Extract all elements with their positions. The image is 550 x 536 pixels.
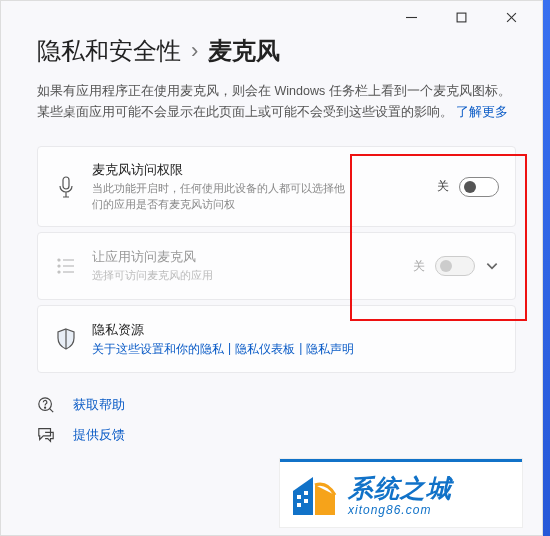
close-button[interactable] <box>488 3 534 31</box>
privacy-link-about[interactable]: 关于这些设置和你的隐私 <box>92 341 224 358</box>
watermark-title: 系统之城 <box>348 472 452 505</box>
svg-rect-1 <box>457 13 466 22</box>
edge-decoration <box>543 0 550 536</box>
settings-list: 麦克风访问权限 当此功能开启时，任何使用此设备的人都可以选择他们的应用是否有麦克… <box>37 146 516 376</box>
help-icon <box>37 396 59 414</box>
content-area: 隐私和安全性 › 麦克风 如果有应用程序正在使用麦克风，则会在 Windows … <box>1 35 542 376</box>
app-access-toggle <box>435 256 475 276</box>
shield-icon <box>54 328 78 350</box>
toggle-state-label: 关 <box>413 258 425 275</box>
microphone-icon <box>54 176 78 198</box>
titlebar <box>1 1 542 33</box>
link-label: 获取帮助 <box>73 396 125 414</box>
row-subtitle: 选择可访问麦克风的应用 <box>92 268 352 283</box>
settings-window: 隐私和安全性 › 麦克风 如果有应用程序正在使用麦克风，则会在 Windows … <box>0 0 543 536</box>
svg-rect-15 <box>297 503 301 507</box>
give-feedback-link[interactable]: 提供反馈 <box>37 426 506 444</box>
watermark-url: xitong86.com <box>348 503 452 517</box>
get-help-link[interactable]: 获取帮助 <box>37 396 506 414</box>
row-title: 让应用访问麦克风 <box>92 248 399 266</box>
watermark-logo-icon <box>286 469 342 521</box>
privacy-resources-row[interactable]: 隐私资源 关于这些设置和你的隐私| 隐私仪表板| 隐私声明 <box>37 305 516 373</box>
list-icon <box>54 258 78 274</box>
chevron-right-icon: › <box>191 38 198 64</box>
learn-more-link[interactable]: 了解更多 <box>456 105 508 119</box>
svg-point-9 <box>58 271 60 273</box>
svg-point-7 <box>58 265 60 267</box>
mic-access-row[interactable]: 麦克风访问权限 当此功能开启时，任何使用此设备的人都可以选择他们的应用是否有麦克… <box>37 146 516 227</box>
row-title: 麦克风访问权限 <box>92 161 423 179</box>
app-access-row[interactable]: 让应用访问麦克风 选择可访问麦克风的应用 关 <box>37 232 516 300</box>
svg-rect-4 <box>63 177 69 189</box>
feedback-icon <box>37 426 59 444</box>
breadcrumb: 隐私和安全性 › 麦克风 <box>37 35 516 67</box>
footer-links: 获取帮助 提供反馈 <box>1 376 542 454</box>
row-subtitle: 当此功能开启时，任何使用此设备的人都可以选择他们的应用是否有麦克风访问权 <box>92 181 352 212</box>
link-label: 提供反馈 <box>73 426 125 444</box>
mic-access-toggle[interactable] <box>459 177 499 197</box>
privacy-links: 关于这些设置和你的隐私| 隐私仪表板| 隐私声明 <box>92 341 499 358</box>
privacy-link-statement[interactable]: 隐私声明 <box>306 341 354 358</box>
page-description: 如果有应用程序正在使用麦克风，则会在 Windows 任务栏上看到一个麦克风图标… <box>37 81 515 122</box>
privacy-link-dashboard[interactable]: 隐私仪表板 <box>235 341 295 358</box>
watermark: 系统之城 xitong86.com <box>280 459 522 527</box>
svg-rect-13 <box>297 495 301 499</box>
page-title: 麦克风 <box>208 35 280 67</box>
svg-rect-14 <box>304 491 308 495</box>
chevron-down-icon[interactable] <box>485 259 499 273</box>
minimize-button[interactable] <box>388 3 434 31</box>
svg-point-5 <box>58 259 60 261</box>
svg-point-12 <box>45 407 46 408</box>
row-title: 隐私资源 <box>92 321 499 339</box>
toggle-state-label: 关 <box>437 178 449 195</box>
maximize-button[interactable] <box>438 3 484 31</box>
description-text: 如果有应用程序正在使用麦克风，则会在 Windows 任务栏上看到一个麦克风图标… <box>37 84 511 119</box>
svg-rect-16 <box>304 499 308 503</box>
breadcrumb-parent[interactable]: 隐私和安全性 <box>37 35 181 67</box>
